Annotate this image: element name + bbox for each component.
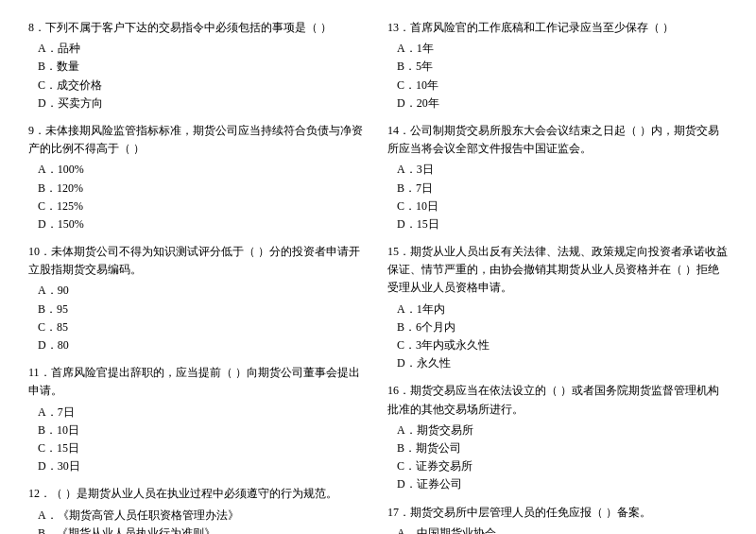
left-column: 8．下列不属于客户下达的交易指令中必须包括的事项是（ ）A．品种B．数量C．成交… xyxy=(28,19,369,534)
option: A．100% xyxy=(38,161,369,179)
option: D．150% xyxy=(38,215,369,233)
right-column: 13．首席风险官的工作底稿和工作记录应当至少保存（ ）A．1年B．5年C．10年… xyxy=(387,19,728,534)
question-q10: 10．未体期货公司不得为知识测试评分低于（ ）分的投资者申请开立股指期货交易编码… xyxy=(28,243,369,354)
option: C．85 xyxy=(38,319,369,336)
question-title-q15: 15．期货从业人员出反有关法律、法规、政策规定向投资者承诺收益保证、情节严重的，… xyxy=(387,243,728,298)
option: C．10年 xyxy=(397,77,728,95)
option: B．《期货从业人员执业行为准则》 xyxy=(38,525,369,534)
question-title-q11: 11．首席风险官提出辞职的，应当提前（ ）向期货公司董事会提出申请。 xyxy=(28,364,369,400)
option: D．买卖方向 xyxy=(38,95,369,112)
question-title-q10: 10．未体期货公司不得为知识测试评分低于（ ）分的投资者申请开立股指期货交易编码… xyxy=(28,243,369,279)
option: B．期货公司 xyxy=(397,439,728,457)
options-q13: A．1年B．5年C．10年D．20年 xyxy=(397,40,728,112)
question-q17: 17．期货交易所中层管理人员的任免应报（ ）备案。A．中国期货业协会B．本交易所… xyxy=(387,504,728,535)
option: B．5年 xyxy=(397,58,728,76)
question-title-q13: 13．首席风险官的工作底稿和工作记录应当至少保存（ ） xyxy=(387,19,728,37)
options-q9: A．100%B．120%C．125%D．150% xyxy=(38,161,369,233)
options-q15: A．1年内B．6个月内C．3年内或永久性D．永久性 xyxy=(397,301,728,373)
options-q12: A．《期货高管人员任职资格管理办法》B．《期货从业人员执业行为准则》C．《期货从… xyxy=(38,507,369,535)
option: D．20年 xyxy=(397,95,728,112)
option: A．1年 xyxy=(397,40,728,58)
option: C．10日 xyxy=(397,198,728,215)
option: D．30日 xyxy=(38,457,369,475)
option: A．《期货高管人员任职资格管理办法》 xyxy=(38,507,369,525)
option: C．125% xyxy=(38,198,369,215)
question-q16: 16．期货交易应当在依法设立的（ ）或者国务院期货监督管理机构批准的其他交易场所… xyxy=(387,382,728,493)
option: A．3日 xyxy=(397,161,728,179)
option: D．15日 xyxy=(397,215,728,233)
option: D．永久性 xyxy=(397,354,728,372)
question-q13: 13．首席风险官的工作底稿和工作记录应当至少保存（ ）A．1年B．5年C．10年… xyxy=(387,19,728,112)
option: B．120% xyxy=(38,180,369,198)
option: C．3年内或永久性 xyxy=(397,336,728,354)
options-q14: A．3日B．7日C．10日D．15日 xyxy=(397,161,728,233)
question-title-q16: 16．期货交易应当在依法设立的（ ）或者国务院期货监督管理机构批准的其他交易场所… xyxy=(387,382,728,418)
option: B．10日 xyxy=(38,422,369,439)
question-title-q12: 12．（ ）是期货从业人员在执业过程中必须遵守的行为规范。 xyxy=(28,485,369,503)
option: B．6个月内 xyxy=(397,319,728,336)
option: D．80 xyxy=(38,336,369,354)
question-q9: 9．未体接期风险监管指标标准，期货公司应当持续符合负债与净资产的比例不得高于（ … xyxy=(28,122,369,233)
options-q8: A．品种B．数量C．成交价格D．买卖方向 xyxy=(38,40,369,112)
option: B．95 xyxy=(38,301,369,319)
option: C．成交价格 xyxy=(38,77,369,95)
question-q11: 11．首席风险官提出辞职的，应当提前（ ）向期货公司董事会提出申请。A．7日B．… xyxy=(28,364,369,475)
option: A．1年内 xyxy=(397,301,728,319)
option: A．7日 xyxy=(38,404,369,422)
option: A．期货交易所 xyxy=(397,422,728,439)
option: A．品种 xyxy=(38,40,369,58)
option: B．7日 xyxy=(397,180,728,198)
option: C．15日 xyxy=(38,439,369,457)
option: A．中国期货业协会 xyxy=(397,525,728,534)
question-title-q14: 14．公司制期货交易所股东大会会议结束之日起（ ）内，期货交易所应当将会议全部文… xyxy=(387,122,728,158)
option: C．证券交易所 xyxy=(397,457,728,475)
page-content: 8．下列不属于客户下达的交易指令中必须包括的事项是（ ）A．品种B．数量C．成交… xyxy=(28,19,728,534)
options-q11: A．7日B．10日C．15日D．30日 xyxy=(38,404,369,476)
question-q15: 15．期货从业人员出反有关法律、法规、政策规定向投资者承诺收益保证、情节严重的，… xyxy=(387,243,728,372)
question-q8: 8．下列不属于客户下达的交易指令中必须包括的事项是（ ）A．品种B．数量C．成交… xyxy=(28,19,369,112)
question-q12: 12．（ ）是期货从业人员在执业过程中必须遵守的行为规范。A．《期货高管人员任职… xyxy=(28,485,369,534)
question-title-q17: 17．期货交易所中层管理人员的任免应报（ ）备案。 xyxy=(387,504,728,522)
options-q17: A．中国期货业协会B．本交易所会员大会 xyxy=(397,525,728,534)
option: D．证券公司 xyxy=(397,475,728,493)
question-q14: 14．公司制期货交易所股东大会会议结束之日起（ ）内，期货交易所应当将会议全部文… xyxy=(387,122,728,233)
options-q16: A．期货交易所B．期货公司C．证券交易所D．证券公司 xyxy=(397,422,728,494)
question-title-q9: 9．未体接期风险监管指标标准，期货公司应当持续符合负债与净资产的比例不得高于（ … xyxy=(28,122,369,158)
options-q10: A．90B．95C．85D．80 xyxy=(38,282,369,354)
option: A．90 xyxy=(38,282,369,300)
question-title-q8: 8．下列不属于客户下达的交易指令中必须包括的事项是（ ） xyxy=(28,19,369,37)
option: B．数量 xyxy=(38,58,369,76)
